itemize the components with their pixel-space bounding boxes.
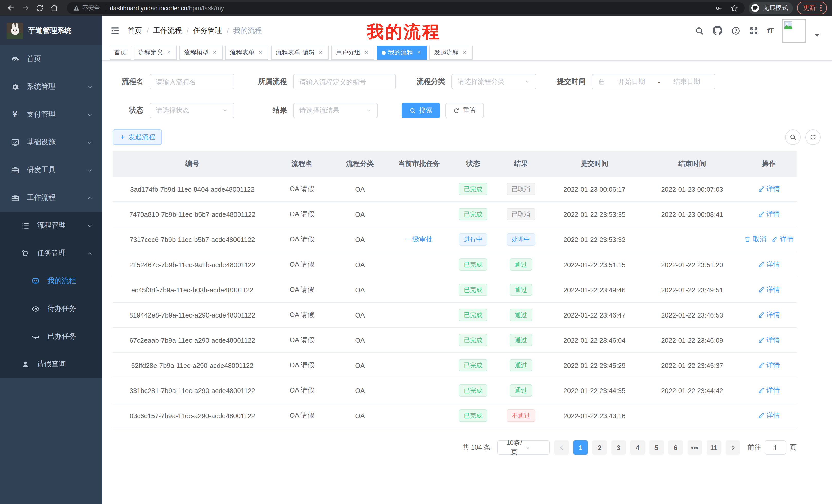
page-size-select[interactable]: 10条/页 bbox=[497, 440, 550, 455]
avatar[interactable] bbox=[782, 19, 806, 43]
sidebar-item-todo-tasks[interactable]: 待办任务 bbox=[0, 295, 102, 323]
close-icon[interactable]: × bbox=[257, 49, 264, 56]
tab-process-model[interactable]: 流程模型× bbox=[179, 46, 223, 60]
action-detail-link[interactable]: 详情 bbox=[758, 185, 780, 194]
browser-back-icon[interactable] bbox=[5, 2, 17, 13]
page-button-2[interactable]: 2 bbox=[592, 440, 607, 455]
browser-reload-icon[interactable] bbox=[34, 2, 45, 13]
page-button-5[interactable]: 5 bbox=[649, 440, 664, 455]
goto-page-input[interactable] bbox=[765, 440, 786, 455]
create-process-button[interactable]: 发起流程 bbox=[113, 130, 162, 145]
update-label[interactable]: 更新 bbox=[803, 4, 815, 12]
sidebar-item-home[interactable]: 首页 bbox=[0, 45, 102, 73]
browser-update-button[interactable]: 更新 bbox=[797, 2, 827, 15]
result-select[interactable]: 请选择流结果 bbox=[293, 103, 378, 118]
close-icon[interactable]: × bbox=[165, 49, 172, 56]
process-name-input[interactable] bbox=[150, 74, 234, 89]
tab-start-process[interactable]: 发起流程× bbox=[430, 46, 473, 60]
sidebar-item-my-process[interactable]: 我的流程 bbox=[0, 267, 102, 295]
breadcrumb-item[interactable]: 首页 bbox=[128, 26, 142, 35]
action-detail-link[interactable]: 详情 bbox=[758, 310, 780, 319]
toggle-search-button[interactable] bbox=[785, 130, 801, 145]
status-badge: 已完成 bbox=[459, 183, 488, 195]
browser-forward-icon[interactable] bbox=[20, 2, 31, 13]
sidebar-item-workflow[interactable]: 工作流程 bbox=[0, 184, 102, 212]
chevron-down-icon bbox=[524, 444, 545, 451]
submit-time-range-picker[interactable]: 开始日期 - 结束日期 bbox=[592, 74, 715, 89]
prev-page-button[interactable] bbox=[554, 440, 569, 455]
page-button-11[interactable]: 11 bbox=[706, 440, 721, 455]
pen-icon bbox=[758, 362, 764, 369]
cell-current-task bbox=[388, 353, 450, 378]
tab-process-form[interactable]: 流程表单× bbox=[225, 46, 268, 60]
github-icon[interactable] bbox=[713, 26, 723, 35]
action-detail-link[interactable]: 详情 bbox=[771, 235, 794, 244]
tab-home[interactable]: 首页 bbox=[109, 46, 131, 60]
page-button-3[interactable]: 3 bbox=[612, 440, 626, 455]
cell-category: OA bbox=[332, 328, 388, 353]
browser-home-icon[interactable] bbox=[48, 2, 60, 13]
page-ellipsis[interactable]: ••• bbox=[687, 440, 702, 455]
breadcrumb-item[interactable]: 任务管理 bbox=[193, 26, 222, 35]
action-cancel-link[interactable]: 取消 bbox=[744, 235, 766, 244]
cell-status: 已完成 bbox=[450, 202, 496, 227]
close-icon[interactable]: × bbox=[363, 49, 370, 56]
status-badge: 已完成 bbox=[459, 208, 488, 220]
header-search-icon[interactable] bbox=[695, 26, 704, 35]
bookmark-star-icon[interactable] bbox=[730, 4, 738, 12]
reset-button[interactable]: 重置 bbox=[445, 103, 484, 118]
tab-process-form-edit[interactable]: 流程表单-编辑× bbox=[271, 46, 329, 60]
sidebar-item-infrastructure[interactable]: 基础设施 bbox=[0, 129, 102, 156]
search-button[interactable]: 搜索 bbox=[401, 103, 440, 118]
key-icon[interactable] bbox=[715, 4, 723, 12]
sidebar-item-dev-tools[interactable]: 研发工具 bbox=[0, 156, 102, 184]
help-icon[interactable] bbox=[731, 26, 740, 35]
cell-end-time: 2022-01-22 23:45:37 bbox=[643, 353, 741, 378]
app-logo-row[interactable]: 芋道管理系统 bbox=[0, 16, 102, 45]
page-button-6[interactable]: 6 bbox=[669, 440, 683, 455]
action-detail-link[interactable]: 详情 bbox=[758, 361, 780, 370]
close-icon[interactable]: × bbox=[317, 49, 324, 56]
action-detail-link[interactable]: 详情 bbox=[758, 335, 780, 345]
page-button-4[interactable]: 4 bbox=[630, 440, 645, 455]
status-badge: 已完成 bbox=[459, 309, 488, 321]
sidebar-item-payment-mgmt[interactable]: ¥支付管理 bbox=[0, 101, 102, 129]
status-select[interactable]: 请选择状态 bbox=[150, 103, 234, 118]
close-icon[interactable]: × bbox=[415, 49, 422, 56]
result-badge: 通过 bbox=[510, 284, 532, 296]
action-detail-link[interactable]: 详情 bbox=[758, 411, 780, 420]
sidebar-item-process-mgmt[interactable]: 流程管理 bbox=[0, 212, 102, 240]
sidebar-collapse-icon[interactable] bbox=[110, 26, 120, 35]
action-detail-link[interactable]: 详情 bbox=[758, 285, 780, 295]
sidebar-item-leave-query[interactable]: 请假查询 bbox=[0, 351, 102, 378]
avatar-caret-icon[interactable] bbox=[814, 34, 820, 37]
cell-status: 已完成 bbox=[450, 353, 496, 378]
action-detail-link[interactable]: 详情 bbox=[758, 209, 780, 219]
refresh-table-button[interactable] bbox=[805, 130, 821, 145]
sidebar-item-done-tasks[interactable]: 已办任务 bbox=[0, 323, 102, 351]
sidebar-item-task-mgmt[interactable]: 任务管理 bbox=[0, 240, 102, 267]
next-page-button[interactable] bbox=[726, 440, 740, 455]
tab-process-definition[interactable]: 流程定义× bbox=[134, 46, 177, 60]
fullscreen-icon[interactable] bbox=[749, 26, 758, 35]
address-bar[interactable]: 不安全 dashboard.yudao.iocoder.cn /bpm/task… bbox=[67, 2, 745, 14]
breadcrumb-item[interactable]: 工作流程 bbox=[153, 26, 182, 35]
close-icon[interactable]: × bbox=[211, 49, 218, 56]
end-date-placeholder[interactable]: 结束日期 bbox=[665, 77, 709, 86]
category-select[interactable]: 请选择流程分类 bbox=[451, 74, 536, 89]
start-date-placeholder[interactable]: 开始日期 bbox=[609, 77, 654, 86]
status-label: 状态 bbox=[113, 106, 150, 115]
tab-user-group[interactable]: 用户分组× bbox=[331, 46, 374, 60]
current-task-link[interactable]: 一级审批 bbox=[406, 235, 433, 244]
sidebar-item-system-mgmt[interactable]: 系统管理 bbox=[0, 73, 102, 101]
cell-current-task bbox=[388, 202, 450, 227]
action-detail-link[interactable]: 详情 bbox=[758, 386, 780, 395]
close-icon[interactable]: × bbox=[461, 49, 468, 56]
page-button-1[interactable]: 1 bbox=[573, 440, 588, 455]
browser-menu-icon[interactable] bbox=[820, 5, 822, 11]
process-def-input[interactable] bbox=[293, 74, 396, 89]
action-detail-link[interactable]: 详情 bbox=[758, 260, 780, 269]
security-label[interactable]: 不安全 bbox=[82, 4, 100, 12]
fontsize-icon[interactable]: tT bbox=[767, 26, 773, 35]
tab-my-process[interactable]: 我的流程× bbox=[377, 46, 427, 60]
